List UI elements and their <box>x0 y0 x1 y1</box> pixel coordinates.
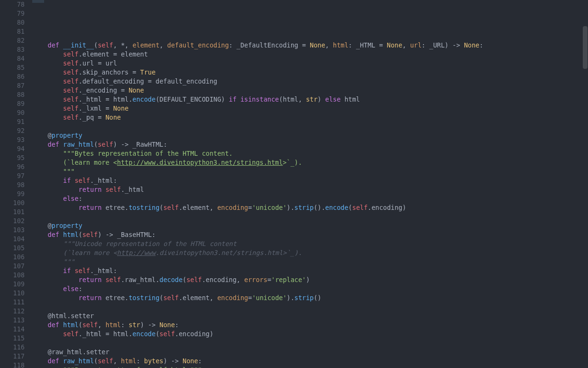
code-line[interactable]: """Property setter for self.html.""" <box>32 366 588 368</box>
code-line[interactable] <box>32 302 588 311</box>
code-line[interactable]: @html.setter <box>32 311 588 321</box>
code-line[interactable] <box>32 122 588 131</box>
line-number: 95 <box>0 153 25 162</box>
code-line[interactable] <box>32 212 588 221</box>
code-line[interactable]: return self._html <box>32 185 588 194</box>
code-line[interactable]: (`learn more <http://www.diveintopython3… <box>32 158 588 167</box>
code-line[interactable] <box>32 339 588 348</box>
code-line[interactable]: """ <box>32 257 588 266</box>
line-number: 94 <box>0 144 25 153</box>
line-number: 81 <box>0 27 25 36</box>
code-editor[interactable]: 7879808182838485868788899091929394959697… <box>0 0 588 368</box>
code-line[interactable]: self.skip_anchors = True <box>32 68 588 77</box>
line-number: 107 <box>0 262 25 271</box>
line-number: 93 <box>0 135 25 144</box>
line-number: 111 <box>0 298 25 307</box>
line-number: 114 <box>0 325 25 334</box>
line-number: 118 <box>0 361 25 368</box>
code-line[interactable]: def html(self, html: str) -> None: <box>32 321 588 330</box>
line-number: 100 <box>0 198 25 208</box>
line-number: 91 <box>0 117 25 126</box>
code-line[interactable]: """ <box>32 167 588 176</box>
code-line[interactable]: def raw_html(self) -> _RawHTML: <box>32 140 588 149</box>
line-number: 86 <box>0 72 25 81</box>
line-number: 112 <box>0 307 25 316</box>
code-line[interactable]: return etree.tostring(self.element, enco… <box>32 293 588 302</box>
line-number: 84 <box>0 54 25 63</box>
code-line[interactable]: self._html = html.encode(DEFAULT_ENCODIN… <box>32 95 588 104</box>
code-line[interactable]: if self._html: <box>32 176 588 185</box>
line-number: 99 <box>0 189 25 198</box>
code-line[interactable]: self.url = url <box>32 59 588 68</box>
code-line[interactable]: else: <box>32 284 588 293</box>
line-number-gutter: 7879808182838485868788899091929394959697… <box>0 0 29 368</box>
line-number: 105 <box>0 244 25 253</box>
line-number: 87 <box>0 81 25 90</box>
code-line[interactable] <box>32 32 588 41</box>
line-number: 104 <box>0 235 25 244</box>
line-number: 92 <box>0 126 25 135</box>
line-number: 88 <box>0 90 25 99</box>
code-line[interactable]: def raw_html(self, html: bytes) -> None: <box>32 357 588 366</box>
line-number: 79 <box>0 9 25 18</box>
line-number: 108 <box>0 271 25 280</box>
line-number: 97 <box>0 171 25 180</box>
vertical-scrollbar[interactable] <box>582 0 588 368</box>
indent-highlight <box>32 0 44 3</box>
code-line[interactable]: @raw_html.setter <box>32 348 588 357</box>
line-number: 85 <box>0 63 25 72</box>
line-number: 98 <box>0 180 25 189</box>
code-line[interactable] <box>32 23 588 32</box>
code-line[interactable]: else: <box>32 194 588 203</box>
code-line[interactable]: @property <box>32 221 588 230</box>
code-line[interactable]: def html(self) -> _BaseHTML: <box>32 230 588 239</box>
line-number: 109 <box>0 280 25 289</box>
line-number: 116 <box>0 343 25 352</box>
code-area[interactable]: def __init__(self, *, element, default_e… <box>29 0 588 368</box>
line-number: 113 <box>0 316 25 325</box>
line-number: 103 <box>0 226 25 235</box>
line-number: 82 <box>0 36 25 45</box>
scrollbar-thumb[interactable] <box>583 26 588 69</box>
code-line[interactable]: @property <box>32 131 588 140</box>
code-line[interactable]: if self._html: <box>32 266 588 275</box>
line-number: 115 <box>0 334 25 343</box>
code-line[interactable]: self.element = element <box>32 50 588 59</box>
line-number: 90 <box>0 108 25 117</box>
line-number: 96 <box>0 162 25 171</box>
line-number: 89 <box>0 99 25 108</box>
code-line[interactable]: return self.raw_html.decode(self.encodin… <box>32 275 588 284</box>
code-line[interactable]: self._html = html.encode(self.encoding) <box>32 330 588 339</box>
code-line[interactable]: self.default_encoding = default_encoding <box>32 77 588 86</box>
line-number: 117 <box>0 352 25 361</box>
code-line[interactable]: self._pq = None <box>32 113 588 122</box>
code-line[interactable]: self._encoding = None <box>32 86 588 95</box>
line-number: 80 <box>0 18 25 27</box>
line-number: 110 <box>0 289 25 298</box>
line-number: 101 <box>0 208 25 217</box>
line-number: 102 <box>0 217 25 226</box>
line-number: 83 <box>0 45 25 54</box>
line-number: 106 <box>0 253 25 262</box>
code-line[interactable]: """Bytes representation of the HTML cont… <box>32 149 588 158</box>
code-line[interactable]: def __init__(self, *, element, default_e… <box>32 41 588 50</box>
line-number: 78 <box>0 0 25 9</box>
code-line[interactable]: (`learn more <http://www.diveintopython3… <box>32 248 588 257</box>
code-line[interactable]: """Unicode representation of the HTML co… <box>32 239 588 248</box>
code-line[interactable]: return etree.tostring(self.element, enco… <box>32 203 588 212</box>
code-line[interactable]: self._lxml = None <box>32 104 588 113</box>
